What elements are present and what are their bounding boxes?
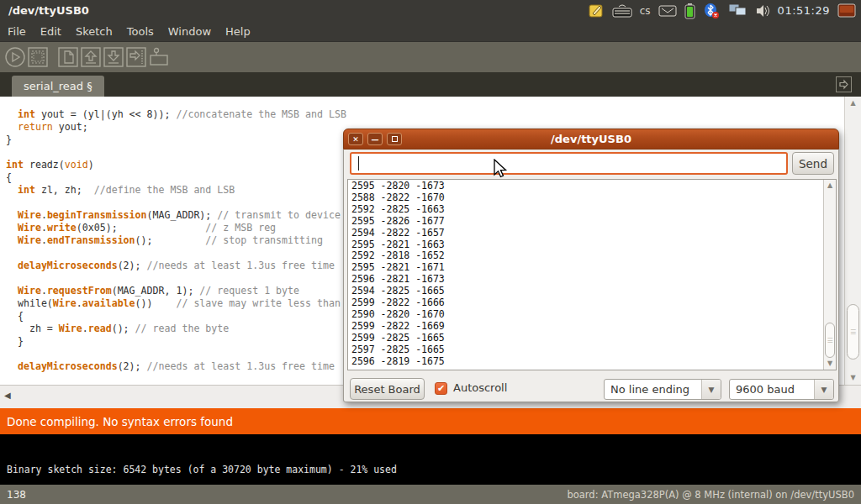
note-icon[interactable]	[589, 3, 605, 18]
serial-monitor-body: Send 2595 -2820 -1673 2588 -2822 -1670 2…	[343, 150, 839, 402]
line-ending-dropdown[interactable]: No line ending ▼	[604, 379, 721, 400]
tab-menu-arrow-icon	[838, 79, 849, 90]
serial-scrollbar-thumb[interactable]: ☰	[825, 323, 835, 358]
tab-menu-button[interactable]	[836, 76, 852, 92]
system-tray: cs 01:51:29	[589, 3, 856, 19]
stop-button[interactable]	[26, 46, 49, 69]
volume-icon[interactable]	[755, 3, 770, 18]
code-line: while(Wire.available()) // slave may wri…	[6, 297, 346, 310]
menu-edit[interactable]: Edit	[40, 25, 61, 38]
code-line: delayMicroseconds(2); //needs at least 1…	[6, 360, 346, 373]
code-line: }	[6, 335, 346, 348]
code-line: Wire.endTransmission(); // stop transmit…	[6, 234, 346, 247]
top-panel: /dev/ttyUSB0 cs 01:51:29	[0, 0, 861, 21]
minimize-button[interactable]: —	[367, 133, 383, 145]
code-line: int yout = (yl|(yh << 8)); //concatenate…	[6, 108, 346, 121]
verify-button[interactable]	[3, 46, 26, 69]
save-button[interactable]	[102, 46, 124, 69]
autoscroll-label: Autoscroll	[453, 381, 507, 394]
mouse-cursor	[493, 159, 508, 179]
editor-vertical-scrollbar[interactable]: ▲ ☰ ▼	[844, 97, 861, 385]
scroll-down-icon[interactable]: ▼	[824, 358, 836, 370]
menu-help[interactable]: Help	[225, 25, 251, 38]
code-line	[6, 247, 346, 260]
code-line: int zl, zh; //define the MSB and LSB	[6, 184, 346, 197]
bluetooth-icon[interactable]	[703, 3, 720, 19]
code-line: delayMicroseconds(2); //needs at least 1…	[6, 260, 346, 272]
open-button[interactable]	[79, 46, 102, 69]
code-line: Wire.write(0x05); // z MSB reg	[6, 222, 346, 234]
baud-rate-dropdown[interactable]: 9600 baud ▼	[729, 379, 834, 400]
stop-icon	[27, 46, 49, 68]
code-line: return yout;	[6, 121, 346, 134]
code-line: zh = Wire.read(); // read the byte	[6, 323, 346, 335]
autoscroll-checkbox[interactable]: ✔	[435, 382, 447, 395]
new-sketch-icon	[57, 46, 79, 68]
serial-input[interactable]	[350, 152, 788, 175]
status-message: Done compiling. No syntax errors found	[7, 415, 233, 428]
ide-status-bar: Done compiling. No syntax errors found	[0, 408, 861, 434]
keyboard-layout-indicator[interactable]: cs	[640, 5, 651, 17]
tab-bar: serial_read §	[0, 72, 861, 97]
scroll-up-icon[interactable]: ▲	[845, 97, 861, 109]
code-line	[6, 348, 346, 360]
editor-scrollbar-thumb[interactable]: ☰	[847, 304, 859, 360]
save-icon	[103, 46, 124, 68]
upload-button[interactable]	[124, 46, 147, 69]
mail-icon[interactable]	[658, 4, 677, 18]
scroll-left-icon[interactable]: ◀	[4, 391, 11, 400]
menu-sketch[interactable]: Sketch	[76, 25, 113, 38]
serial-monitor-title: /dev/ttyUSB0	[344, 133, 838, 145]
baud-rate-value: 9600 baud	[730, 380, 814, 399]
keyboard-icon[interactable]	[612, 3, 632, 18]
board-info: board: ATmega328P(A) @ 8 MHz (internal) …	[567, 489, 854, 501]
scroll-up-icon[interactable]: ▲	[824, 180, 836, 192]
line-number: 138	[7, 489, 26, 501]
send-button[interactable]: Send	[792, 152, 834, 175]
battery-icon[interactable]	[684, 3, 695, 19]
open-icon	[80, 46, 102, 68]
maximize-button[interactable]	[387, 133, 402, 145]
close-button[interactable]: ✕	[348, 133, 363, 145]
window-title: /dev/ttyUSB0	[8, 4, 89, 17]
serial-monitor-button[interactable]	[147, 46, 170, 69]
tab-serial-read[interactable]: serial_read §	[12, 76, 104, 97]
code-line: int readz(void)	[6, 159, 346, 171]
serial-monitor-icon	[148, 46, 170, 68]
serial-scrollbar[interactable]: ▲ ☰ ▼	[823, 180, 836, 370]
serial-monitor-titlebar[interactable]: ✕ — /dev/ttyUSB0	[343, 129, 839, 150]
tab-label: serial_read §	[24, 80, 92, 92]
menu-tools[interactable]: Tools	[127, 25, 154, 38]
code-line: Wire.requestFrom(MAG_ADDR, 1); // reques…	[6, 285, 346, 297]
line-ending-value: No line ending	[605, 380, 701, 399]
code-line	[6, 197, 346, 209]
menu-file[interactable]: File	[8, 25, 26, 38]
chevron-down-icon[interactable]: ▼	[814, 380, 833, 399]
code-line: }	[6, 134, 346, 146]
serial-monitor-controls: Reset Board ✔ Autoscroll No line ending …	[344, 375, 838, 402]
serial-monitor-window: ✕ — /dev/ttyUSB0 Send 2595 -2820 -1673 2…	[343, 129, 839, 402]
session-icon[interactable]	[837, 3, 856, 18]
footer-status-bar: 138 board: ATmega328P(A) @ 8 MHz (intern…	[0, 485, 861, 504]
serial-output-area[interactable]: 2595 -2820 -1673 2588 -2822 -1670 2592 -…	[347, 179, 837, 370]
menu-window[interactable]: Window	[168, 25, 211, 38]
text-caret	[358, 156, 359, 171]
serial-output: 2595 -2820 -1673 2588 -2822 -1670 2592 -…	[351, 181, 445, 368]
code-line	[6, 146, 346, 159]
upload-icon	[125, 46, 147, 68]
screen: /dev/ttyUSB0 cs 01:51:29 FileEditSketchT…	[0, 0, 861, 504]
new-sketch-button[interactable]	[56, 46, 79, 69]
build-console: Binary sketch size: 6542 bytes (of a 307…	[0, 434, 861, 485]
reset-board-button[interactable]: Reset Board	[350, 378, 425, 400]
scroll-down-icon[interactable]: ▼	[845, 372, 861, 384]
code-area: int yout = (yl|(yh << 8)); //concatenate…	[6, 108, 346, 373]
verify-icon	[4, 46, 26, 68]
code-line: Wire.beginTransmission(MAG_ADDR); // tra…	[6, 209, 346, 222]
code-line: {	[6, 171, 346, 184]
chevron-down-icon[interactable]: ▼	[701, 380, 721, 399]
code-line: {	[6, 310, 346, 323]
network-icon[interactable]	[727, 3, 747, 18]
code-line	[6, 272, 346, 285]
clock[interactable]: 01:51:29	[778, 4, 830, 17]
maximize-icon	[392, 136, 398, 142]
